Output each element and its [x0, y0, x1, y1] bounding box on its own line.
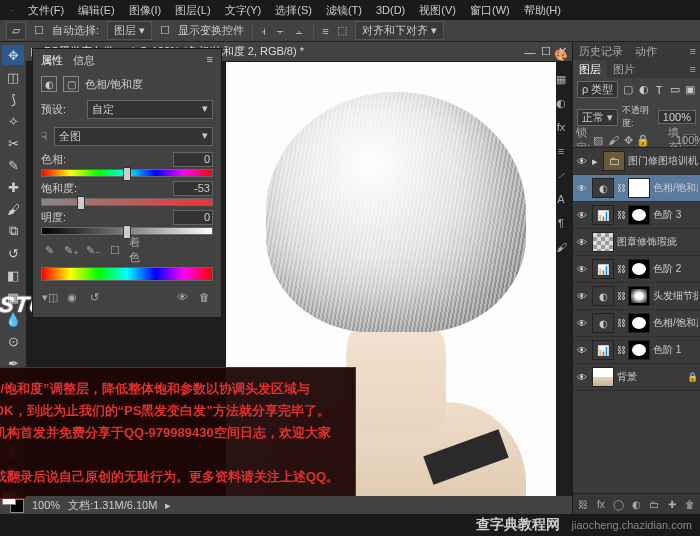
eyedropper-icon[interactable]: ✎: [41, 243, 57, 257]
color-panel-icon[interactable]: 🎨: [551, 46, 571, 64]
visibility-icon[interactable]: 👁: [575, 210, 589, 221]
filter-adjust-icon[interactable]: ◐: [638, 84, 650, 96]
saturation-slider[interactable]: [41, 198, 213, 206]
minimize-icon[interactable]: —: [524, 46, 536, 58]
layer-name[interactable]: 色相/饱和度 2: [653, 181, 698, 195]
layer-thumb[interactable]: [592, 367, 614, 387]
layer-name[interactable]: 色阶 1: [653, 343, 698, 357]
link-icon[interactable]: ⛓: [617, 291, 625, 301]
menu-filter[interactable]: 滤镜(T): [320, 1, 368, 20]
align-icon[interactable]: ⫞: [261, 25, 267, 37]
move-tool-preset-icon[interactable]: ▱: [6, 22, 26, 40]
layer-group[interactable]: 👁 ▸ 🗀 图门修图培训机构: [573, 148, 700, 175]
menu-window[interactable]: 窗口(W): [464, 1, 516, 20]
add-mask-icon[interactable]: ◯: [611, 496, 627, 512]
menu-view[interactable]: 视图(V): [413, 1, 462, 20]
filter-pixel-icon[interactable]: ▢: [622, 84, 634, 96]
delete-adjustment-icon[interactable]: 🗑: [195, 289, 213, 305]
align-dropdown[interactable]: 对齐和下对齐 ▾: [355, 21, 444, 40]
brush-tool[interactable]: 🖌: [2, 199, 24, 219]
status-menu-icon[interactable]: ▸: [165, 499, 171, 512]
visibility-icon[interactable]: 👁: [575, 237, 589, 248]
new-adjustment-icon[interactable]: ◐: [629, 496, 645, 512]
toggle-visibility-icon[interactable]: 👁: [173, 289, 191, 305]
healing-tool[interactable]: ✚: [2, 177, 24, 197]
mask-thumb[interactable]: [628, 205, 650, 225]
delete-layer-icon[interactable]: 🗑: [682, 496, 698, 512]
lightness-slider[interactable]: [41, 227, 213, 235]
tab-layers[interactable]: 图层: [573, 60, 607, 79]
show-transform-checkbox[interactable]: ☐: [160, 24, 170, 37]
visibility-icon[interactable]: 👁: [575, 264, 589, 275]
mask-icon[interactable]: ▢: [63, 76, 79, 92]
menu-image[interactable]: 图像(I): [123, 1, 167, 20]
layer-name[interactable]: 色阶 3: [653, 208, 698, 222]
menu-select[interactable]: 选择(S): [269, 1, 318, 20]
visibility-icon[interactable]: 👁: [575, 318, 589, 329]
auto-select-dropdown[interactable]: 图层 ▾: [107, 21, 152, 40]
visibility-icon[interactable]: 👁: [575, 183, 589, 194]
character-panel-icon[interactable]: A: [551, 190, 571, 208]
menu-help[interactable]: 帮助(H): [518, 1, 567, 20]
link-layers-icon[interactable]: ⛓: [575, 496, 591, 512]
layer-row[interactable]: 👁 ◐ ⛓ 头发细节提取: [573, 283, 700, 310]
clip-to-layer-icon[interactable]: ▾◫: [41, 289, 59, 305]
adjustment-thumb[interactable]: 📊: [592, 259, 614, 279]
link-icon[interactable]: ⛓: [617, 318, 625, 328]
layer-row[interactable]: 👁 ◐ ⛓ 色相/饱和度 2: [573, 175, 700, 202]
lock-pixels-icon[interactable]: 🖌: [607, 134, 619, 146]
saturation-value[interactable]: -53: [173, 181, 213, 196]
lock-position-icon[interactable]: ✥: [622, 134, 634, 146]
crop-tool[interactable]: ✂: [2, 133, 24, 153]
magic-wand-tool[interactable]: ✧: [2, 111, 24, 131]
adjustments-panel-icon[interactable]: ◐: [551, 94, 571, 112]
menu-edit[interactable]: 编辑(E): [72, 1, 121, 20]
layer-row[interactable]: 👁 图章修饰瑕疵: [573, 229, 700, 256]
lock-transparent-icon[interactable]: ▨: [592, 134, 604, 146]
mask-thumb[interactable]: [628, 178, 650, 198]
lock-all-icon[interactable]: 🔒: [637, 134, 649, 146]
link-icon[interactable]: ⛓: [617, 210, 625, 220]
tab-history[interactable]: 历史记录: [573, 42, 629, 61]
marquee-tool[interactable]: ◫: [2, 67, 24, 87]
stamp-tool[interactable]: ⧉: [2, 221, 24, 241]
3d-mode-icon[interactable]: ⬚: [337, 24, 347, 37]
mask-thumb[interactable]: [628, 286, 650, 306]
layer-name[interactable]: 背景: [617, 370, 684, 384]
adjustment-thumb[interactable]: ◐: [592, 286, 614, 306]
paths-panel-icon[interactable]: ⟋: [551, 166, 571, 184]
align-icon2[interactable]: ⫟: [275, 25, 286, 37]
target-adjust-icon[interactable]: ☟: [41, 130, 48, 143]
lasso-tool[interactable]: ⟆: [2, 89, 24, 109]
move-tool[interactable]: ✥: [2, 45, 24, 65]
layer-thumb[interactable]: [592, 232, 614, 252]
eyedropper-tool[interactable]: ✎: [2, 155, 24, 175]
preset-dropdown[interactable]: 自定▾: [87, 100, 213, 119]
adjustment-thumb[interactable]: 📊: [592, 340, 614, 360]
styles-panel-icon[interactable]: fx: [551, 118, 571, 136]
panel-menu-icon[interactable]: ≡: [207, 53, 213, 68]
menu-3d[interactable]: 3D(D): [370, 2, 411, 18]
view-previous-icon[interactable]: ◉: [63, 289, 81, 305]
filter-type-icon[interactable]: T: [653, 84, 665, 96]
history-brush-tool[interactable]: ↺: [2, 243, 24, 263]
hue-slider[interactable]: [41, 169, 213, 177]
mask-thumb[interactable]: [628, 313, 650, 333]
brush-panel-icon[interactable]: 🖌: [551, 238, 571, 256]
mask-thumb[interactable]: [628, 259, 650, 279]
tab-properties[interactable]: 属性: [41, 53, 63, 68]
layer-name[interactable]: 头发细节提取: [653, 289, 698, 303]
hue-value[interactable]: 0: [173, 152, 213, 167]
layer-filter-dropdown[interactable]: ρ 类型: [577, 81, 618, 98]
layer-row[interactable]: 👁 📊 ⛓ 色阶 1: [573, 337, 700, 364]
reset-icon[interactable]: ↺: [85, 289, 103, 305]
menu-type[interactable]: 文字(Y): [219, 1, 268, 20]
visibility-icon[interactable]: 👁: [575, 156, 589, 167]
menu-file[interactable]: 文件(F): [22, 1, 70, 20]
layer-row[interactable]: 👁 📊 ⛓ 色阶 2: [573, 256, 700, 283]
link-icon[interactable]: ⛓: [617, 183, 625, 193]
paragraph-panel-icon[interactable]: ¶: [551, 214, 571, 232]
layer-fx-icon[interactable]: fx: [593, 496, 609, 512]
colorize-checkbox[interactable]: ☐: [107, 243, 123, 257]
filter-shape-icon[interactable]: ▭: [669, 84, 681, 96]
